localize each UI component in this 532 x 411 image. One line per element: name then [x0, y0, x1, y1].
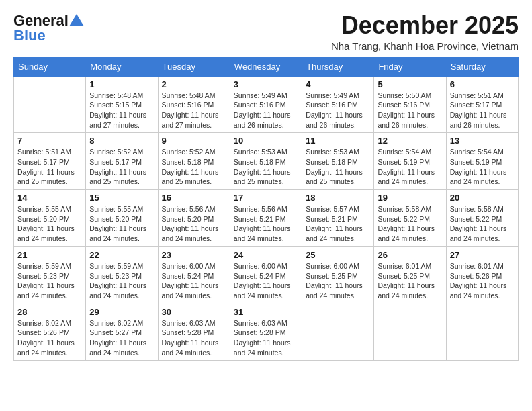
day-number: 8: [89, 136, 154, 146]
day-number: 23: [162, 250, 226, 260]
table-row: 25Sunrise: 6:00 AMSunset: 5:25 PMDayligh…: [302, 246, 374, 304]
day-number: 6: [450, 79, 515, 89]
day-info: Sunrise: 5:49 AMSunset: 5:16 PMDaylight:…: [234, 91, 298, 130]
table-row: [374, 304, 446, 361]
day-info: Sunrise: 5:54 AMSunset: 5:19 PMDaylight:…: [450, 147, 515, 187]
calendar-week-row: 7Sunrise: 5:51 AMSunset: 5:17 PMDaylight…: [14, 133, 519, 190]
table-row: 9Sunrise: 5:52 AMSunset: 5:18 PMDaylight…: [158, 133, 230, 190]
day-info: Sunrise: 6:03 AMSunset: 5:28 PMDaylight:…: [234, 318, 298, 358]
logo-icon: [69, 13, 84, 28]
day-number: 3: [234, 79, 298, 89]
day-number: 4: [306, 79, 370, 89]
day-info: Sunrise: 6:02 AMSunset: 5:27 PMDaylight:…: [89, 318, 154, 358]
day-number: 18: [306, 193, 370, 203]
table-row: 24Sunrise: 6:00 AMSunset: 5:24 PMDayligh…: [230, 246, 302, 304]
table-row: 7Sunrise: 5:51 AMSunset: 5:17 PMDaylight…: [14, 133, 86, 190]
col-saturday: Saturday: [446, 57, 518, 76]
table-row: 22Sunrise: 5:59 AMSunset: 5:23 PMDayligh…: [86, 246, 158, 304]
day-number: 1: [89, 79, 154, 89]
col-tuesday: Tuesday: [158, 57, 230, 76]
day-number: 29: [89, 307, 154, 317]
table-row: 18Sunrise: 5:57 AMSunset: 5:21 PMDayligh…: [302, 190, 374, 247]
day-number: 14: [17, 193, 82, 203]
calendar-week-row: 28Sunrise: 6:02 AMSunset: 5:26 PMDayligh…: [14, 304, 519, 361]
day-info: Sunrise: 6:00 AMSunset: 5:24 PMDaylight:…: [234, 261, 298, 301]
day-number: 12: [378, 136, 442, 146]
table-row: [302, 304, 374, 361]
col-sunday: Sunday: [14, 57, 86, 76]
day-number: 24: [234, 250, 298, 260]
month-title: December 2025: [331, 12, 519, 39]
table-row: 20Sunrise: 5:58 AMSunset: 5:22 PMDayligh…: [446, 190, 518, 247]
day-info: Sunrise: 5:52 AMSunset: 5:18 PMDaylight:…: [162, 147, 226, 187]
day-number: 26: [378, 250, 442, 260]
table-row: 26Sunrise: 6:01 AMSunset: 5:25 PMDayligh…: [374, 246, 446, 304]
day-info: Sunrise: 5:55 AMSunset: 5:20 PMDaylight:…: [17, 204, 82, 244]
table-row: 16Sunrise: 5:56 AMSunset: 5:20 PMDayligh…: [158, 190, 230, 247]
day-info: Sunrise: 5:51 AMSunset: 5:17 PMDaylight:…: [450, 91, 515, 130]
table-row: 27Sunrise: 6:01 AMSunset: 5:26 PMDayligh…: [446, 246, 518, 304]
title-block: December 2025 Nha Trang, Khanh Hoa Provi…: [331, 12, 519, 52]
page: General Blue December 2025 Nha Trang, Kh…: [0, 0, 532, 367]
day-info: Sunrise: 6:02 AMSunset: 5:26 PMDaylight:…: [17, 318, 82, 358]
table-row: 31Sunrise: 6:03 AMSunset: 5:28 PMDayligh…: [230, 304, 302, 361]
day-number: 17: [234, 193, 298, 203]
table-row: 6Sunrise: 5:51 AMSunset: 5:17 PMDaylight…: [446, 76, 518, 133]
day-info: Sunrise: 6:00 AMSunset: 5:25 PMDaylight:…: [306, 261, 370, 301]
day-number: 25: [306, 250, 370, 260]
day-number: 28: [17, 307, 82, 317]
day-number: 21: [17, 250, 82, 260]
day-number: 31: [234, 307, 298, 317]
day-info: Sunrise: 5:56 AMSunset: 5:21 PMDaylight:…: [234, 204, 298, 244]
col-friday: Friday: [374, 57, 446, 76]
day-number: 16: [162, 193, 226, 203]
table-row: 3Sunrise: 5:49 AMSunset: 5:16 PMDaylight…: [230, 76, 302, 133]
day-number: 11: [306, 136, 370, 146]
day-info: Sunrise: 5:54 AMSunset: 5:19 PMDaylight:…: [378, 147, 442, 187]
col-thursday: Thursday: [302, 57, 374, 76]
day-number: 7: [17, 136, 82, 146]
day-info: Sunrise: 5:58 AMSunset: 5:22 PMDaylight:…: [450, 204, 515, 244]
table-row: 29Sunrise: 6:02 AMSunset: 5:27 PMDayligh…: [86, 304, 158, 361]
day-number: 10: [234, 136, 298, 146]
table-row: 30Sunrise: 6:03 AMSunset: 5:28 PMDayligh…: [158, 304, 230, 361]
calendar-week-row: 1Sunrise: 5:48 AMSunset: 5:15 PMDaylight…: [14, 76, 519, 133]
table-row: [14, 76, 86, 133]
day-number: 13: [450, 136, 515, 146]
day-info: Sunrise: 6:03 AMSunset: 5:28 PMDaylight:…: [162, 318, 226, 358]
table-row: 13Sunrise: 5:54 AMSunset: 5:19 PMDayligh…: [446, 133, 518, 190]
table-row: [446, 304, 518, 361]
table-row: 4Sunrise: 5:49 AMSunset: 5:16 PMDaylight…: [302, 76, 374, 133]
day-info: Sunrise: 6:00 AMSunset: 5:24 PMDaylight:…: [162, 261, 226, 301]
table-row: 19Sunrise: 5:58 AMSunset: 5:22 PMDayligh…: [374, 190, 446, 247]
table-row: 12Sunrise: 5:54 AMSunset: 5:19 PMDayligh…: [374, 133, 446, 190]
table-row: 10Sunrise: 5:53 AMSunset: 5:18 PMDayligh…: [230, 133, 302, 190]
day-number: 2: [162, 79, 226, 89]
table-row: 23Sunrise: 6:00 AMSunset: 5:24 PMDayligh…: [158, 246, 230, 304]
day-number: 27: [450, 250, 515, 260]
day-info: Sunrise: 5:48 AMSunset: 5:15 PMDaylight:…: [89, 91, 154, 130]
svg-marker-0: [69, 14, 84, 26]
table-row: 8Sunrise: 5:52 AMSunset: 5:17 PMDaylight…: [86, 133, 158, 190]
logo-blue: Blue: [13, 27, 46, 44]
day-number: 20: [450, 193, 515, 203]
day-number: 30: [162, 307, 226, 317]
table-row: 21Sunrise: 5:59 AMSunset: 5:23 PMDayligh…: [14, 246, 86, 304]
day-info: Sunrise: 6:01 AMSunset: 5:25 PMDaylight:…: [378, 261, 442, 301]
day-info: Sunrise: 5:52 AMSunset: 5:17 PMDaylight:…: [89, 147, 154, 187]
day-info: Sunrise: 5:48 AMSunset: 5:16 PMDaylight:…: [162, 91, 226, 130]
col-monday: Monday: [86, 57, 158, 76]
calendar-header-row: Sunday Monday Tuesday Wednesday Thursday…: [14, 57, 519, 76]
day-info: Sunrise: 5:59 AMSunset: 5:23 PMDaylight:…: [17, 261, 82, 301]
table-row: 2Sunrise: 5:48 AMSunset: 5:16 PMDaylight…: [158, 76, 230, 133]
calendar-week-row: 14Sunrise: 5:55 AMSunset: 5:20 PMDayligh…: [14, 190, 519, 247]
day-info: Sunrise: 5:57 AMSunset: 5:21 PMDaylight:…: [306, 204, 370, 244]
day-info: Sunrise: 5:59 AMSunset: 5:23 PMDaylight:…: [89, 261, 154, 301]
col-wednesday: Wednesday: [230, 57, 302, 76]
day-info: Sunrise: 5:49 AMSunset: 5:16 PMDaylight:…: [306, 91, 370, 130]
table-row: 5Sunrise: 5:50 AMSunset: 5:16 PMDaylight…: [374, 76, 446, 133]
day-number: 15: [89, 193, 154, 203]
day-info: Sunrise: 5:56 AMSunset: 5:20 PMDaylight:…: [162, 204, 226, 244]
day-number: 9: [162, 136, 226, 146]
table-row: 14Sunrise: 5:55 AMSunset: 5:20 PMDayligh…: [14, 190, 86, 247]
